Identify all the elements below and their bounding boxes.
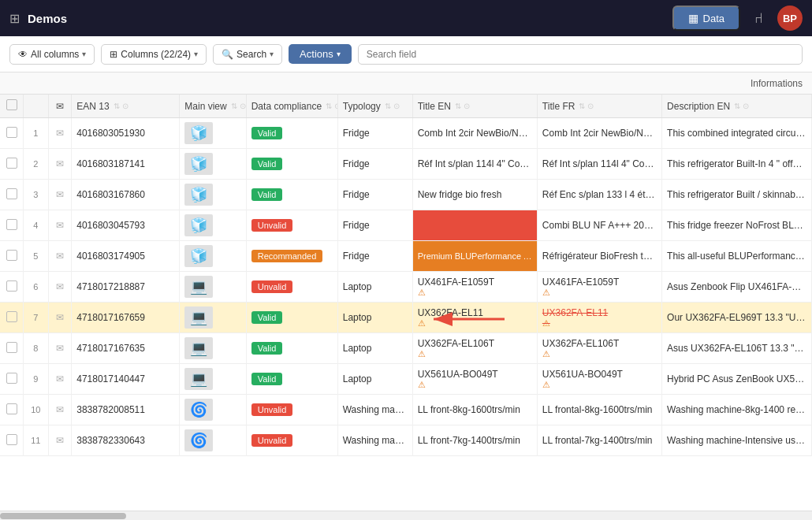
row-checkbox[interactable] xyxy=(6,311,17,322)
row-desc-en: This refrigerator Built-In 4 " offers us… xyxy=(662,149,812,180)
row-checkbox-cell xyxy=(0,364,24,395)
row-checkbox-cell xyxy=(0,118,24,149)
col-header-compliance[interactable]: Data compliance ⇅ ⊙ xyxy=(246,95,337,118)
table-row[interactable]: 7✉4718017167659💻ValidLaptopUX362FA-EL11⚠… xyxy=(0,303,812,333)
row-title-en xyxy=(412,210,537,241)
table-row[interactable]: 3✉4016803167860🧊ValidFridgeNew fridge bi… xyxy=(0,180,812,210)
row-ean: 4718017140447 xyxy=(72,364,180,395)
row-checkbox[interactable] xyxy=(6,127,17,138)
row-msg[interactable]: ✉ xyxy=(48,118,72,149)
scroll-thumb[interactable] xyxy=(0,513,126,519)
row-main-view: 🧊 xyxy=(180,210,246,241)
row-main-view: 🧊 xyxy=(180,149,246,180)
row-title-en: LL front-8kg-1600trs/min xyxy=(412,395,537,425)
row-checkbox[interactable] xyxy=(6,219,17,230)
row-desc-en: This all-useful BLUPerformance refrigera… xyxy=(662,241,812,272)
table-row[interactable]: 9✉4718017140447💻ValidLaptopUX561UA-BO049… xyxy=(0,364,812,395)
filter-icon7: ⊙ xyxy=(743,102,749,110)
table-row[interactable]: 1✉4016803051930🧊ValidFridgeComb Int 2cir… xyxy=(0,118,812,149)
col-header-ean[interactable]: EAN 13 ⇅ ⊙ xyxy=(72,95,180,118)
horizontal-scrollbar[interactable] xyxy=(0,511,812,520)
row-msg[interactable]: ✉ xyxy=(48,180,72,210)
compliance-badge: Valid xyxy=(251,373,283,385)
row-main-view: 💻 xyxy=(180,333,246,364)
filter-icon4: ⊙ xyxy=(393,102,400,110)
thumbnail: 💻 xyxy=(184,368,213,390)
row-desc-en: Asus Zenbook Flip UX461FA-E1059T Ultrabo… xyxy=(662,272,812,303)
header-checkbox[interactable] xyxy=(6,99,17,110)
table-wrapper[interactable]: ✉ EAN 13 ⇅ ⊙ Main view ⇅ xyxy=(0,95,812,511)
row-ean: 4718017218887 xyxy=(72,272,180,303)
warning-icon-fr: ⚠ xyxy=(542,288,657,298)
row-msg[interactable]: ✉ xyxy=(48,364,72,395)
row-typology: Laptop xyxy=(337,303,412,333)
col-header-typology[interactable]: Typology ⇅ ⊙ xyxy=(337,95,412,118)
table-row[interactable]: 11✉3838782330643🌀UnvalidWashing machineL… xyxy=(0,425,812,456)
table-row[interactable]: 6✉4718017218887💻UnvalidLaptopUX461FA-E10… xyxy=(0,272,812,303)
thumbnail: 🧊 xyxy=(184,214,213,236)
row-msg[interactable]: ✉ xyxy=(48,241,72,272)
col-header-title-fr[interactable]: Title FR ⇅ ⊙ xyxy=(537,95,661,118)
search-btn[interactable]: 🔍 Search ▾ xyxy=(213,44,282,65)
row-number: 7 xyxy=(24,303,49,333)
table-row[interactable]: 2✉4016803187141🧊ValidFridgeRéf Int s/pla… xyxy=(0,149,812,180)
row-checkbox[interactable] xyxy=(6,403,17,414)
row-msg[interactable]: ✉ xyxy=(48,303,72,333)
row-desc-en: This refrigerator Built / skinnable 4 * … xyxy=(662,180,812,210)
row-compliance: Unvalid xyxy=(246,210,337,241)
chevron-down-icon4: ▾ xyxy=(337,50,341,58)
row-checkbox-cell xyxy=(0,425,24,456)
row-title-en: Premium BLUPerformance All- xyxy=(412,241,537,272)
avatar[interactable]: BP xyxy=(777,6,803,31)
table-row[interactable]: 5✉4016803174905🧊RecommandedFridgePremium… xyxy=(0,241,812,272)
table-row[interactable]: 8✉4718017167635💻ValidLaptopUX362FA-EL106… xyxy=(0,333,812,364)
sort-icon2: ⇅ xyxy=(231,102,237,110)
row-msg[interactable]: ✉ xyxy=(48,333,72,364)
compliance-badge: Recommanded xyxy=(251,250,323,262)
row-checkbox-cell xyxy=(0,180,24,210)
data-tab[interactable]: ▦ Data xyxy=(672,6,740,31)
row-typology: Fridge xyxy=(337,118,412,149)
columns-btn[interactable]: ⊞ Columns (22/24) ▾ xyxy=(101,44,207,65)
row-checkbox[interactable] xyxy=(6,280,17,292)
row-title-fr: Réfrigérateur BioFresh tout utile xyxy=(537,241,661,272)
row-msg[interactable]: ✉ xyxy=(48,425,72,456)
row-checkbox[interactable] xyxy=(6,373,17,384)
compliance-badge: Valid xyxy=(251,342,283,355)
row-title-en: LL front-7kg-1400trs/min xyxy=(412,425,537,456)
grid-icon[interactable]: ⊞ xyxy=(9,11,20,26)
row-number: 8 xyxy=(24,333,49,364)
data-tab-label: Data xyxy=(703,13,724,24)
share-icon-btn[interactable]: ⑁ xyxy=(748,7,769,30)
col-header-title-en[interactable]: Title EN ⇅ ⊙ xyxy=(412,95,537,118)
row-checkbox[interactable] xyxy=(6,158,17,169)
row-msg[interactable]: ✉ xyxy=(48,149,72,180)
row-title-en: Comb Int 2cir NewBio/NoFrost/Ice xyxy=(412,118,537,149)
row-checkbox[interactable] xyxy=(6,250,17,261)
thumbnail: 💻 xyxy=(184,306,213,329)
col-header-desc-en[interactable]: Description EN ⇅ ⊙ xyxy=(662,95,812,118)
row-desc-en: This fridge freezer NoFrost BLUPerforman… xyxy=(662,210,812,241)
row-msg[interactable]: ✉ xyxy=(48,395,72,425)
warning-icon: ⚠ xyxy=(418,288,532,298)
all-columns-btn[interactable]: 👁 All columns ▾ xyxy=(9,44,95,65)
row-main-view: 💻 xyxy=(180,272,246,303)
table-row[interactable]: 4✉4016803045793🧊UnvalidFridgeCombi BLU N… xyxy=(0,210,812,241)
row-typology: Fridge xyxy=(337,149,412,180)
sort-icon3: ⇅ xyxy=(326,102,332,110)
col-main-label: Main view xyxy=(184,101,226,112)
row-checkbox[interactable] xyxy=(6,434,17,445)
row-msg[interactable]: ✉ xyxy=(48,210,72,241)
row-title-en: UX561UA-BO049T⚠ xyxy=(412,364,537,395)
row-compliance: Valid xyxy=(246,149,337,180)
row-msg[interactable]: ✉ xyxy=(48,272,72,303)
warning-icon-fr: ⚠ xyxy=(542,380,657,390)
table-row[interactable]: 10✉3838782008511🌀UnvalidWashing machineL… xyxy=(0,395,812,425)
row-number: 5 xyxy=(24,241,49,272)
search-field-input[interactable] xyxy=(358,44,803,65)
actions-btn[interactable]: Actions ▾ xyxy=(289,44,352,64)
compliance-badge: Unvalid xyxy=(251,403,293,416)
row-checkbox[interactable] xyxy=(6,188,17,199)
col-header-main[interactable]: Main view ⇅ ⊙ xyxy=(180,95,246,118)
row-checkbox[interactable] xyxy=(6,342,17,353)
